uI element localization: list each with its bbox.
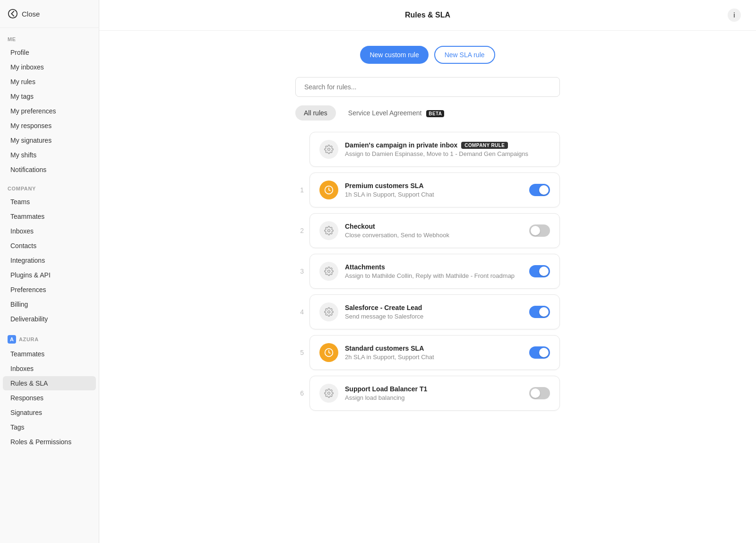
sidebar-item-my-shifts[interactable]: My shifts	[3, 148, 96, 162]
sidebar-item-my-preferences[interactable]: My preferences	[3, 104, 96, 118]
info-button[interactable]: i	[728, 9, 741, 22]
rule-info: Damien's campaign in private inboxCOMPAN…	[345, 141, 550, 157]
rule-title: Salesforce - Create Lead	[345, 304, 523, 311]
tabs: All rules Service Level Agreement BETA	[295, 105, 560, 121]
sidebar-item-teams[interactable]: Teams	[3, 195, 96, 209]
gear-icon	[324, 267, 334, 276]
rule-title: Standard customers SLA	[345, 345, 523, 352]
rule-description: Assign load balancing	[345, 394, 523, 401]
search-input[interactable]	[295, 77, 560, 97]
svg-point-4	[328, 270, 330, 273]
close-icon	[8, 9, 18, 19]
rule-info: AttachmentsAssign to Mathilde Collin, Re…	[345, 263, 523, 279]
rule-card[interactable]: Support Load Balancer T1Assign load bala…	[309, 376, 560, 411]
gear-icon	[324, 145, 334, 154]
rule-card[interactable]: AttachmentsAssign to Mathilde Collin, Re…	[309, 254, 560, 289]
clock-icon	[324, 348, 334, 357]
sidebar-item-deliverability[interactable]: Deliverability	[3, 312, 96, 326]
rule-number: 2	[295, 227, 304, 234]
sidebar-item-billing[interactable]: Billing	[3, 297, 96, 311]
sidebar-item-az-signatures[interactable]: Signatures	[3, 405, 96, 420]
new-sla-rule-button[interactable]: New SLA rule	[434, 46, 495, 64]
sidebar-item-inboxes[interactable]: Inboxes	[3, 224, 96, 238]
sidebar-item-teammates[interactable]: Teammates	[3, 209, 96, 224]
sidebar-item-contacts[interactable]: Contacts	[3, 239, 96, 253]
gear-icon	[319, 302, 338, 321]
tab-all-rules[interactable]: All rules	[295, 105, 336, 121]
rule-toggle[interactable]	[529, 184, 550, 196]
tab-sla[interactable]: Service Level Agreement BETA	[340, 105, 453, 121]
clock-icon	[324, 185, 334, 195]
rule-card[interactable]: Premium customers SLA1h SLA in Support, …	[309, 172, 560, 207]
sidebar-item-my-tags[interactable]: My tags	[3, 89, 96, 103]
sidebar-item-integrations[interactable]: Integrations	[3, 253, 96, 267]
content-area: New custom rule New SLA rule All rules S…	[99, 31, 756, 426]
rule-description: Close conversation, Send to Webhook	[345, 232, 523, 239]
sidebar-item-plugins-api[interactable]: Plugins & API	[3, 268, 96, 282]
rule-toggle[interactable]	[529, 265, 550, 277]
table-row: 3 AttachmentsAssign to Mathilde Collin, …	[295, 254, 560, 289]
svg-point-3	[328, 230, 330, 232]
new-custom-rule-button[interactable]: New custom rule	[360, 46, 428, 64]
table-row: 1 Premium customers SLA1h SLA in Support…	[295, 172, 560, 207]
gear-icon	[324, 388, 334, 398]
rule-card[interactable]: Salesforce - Create LeadSend message to …	[309, 294, 560, 329]
sidebar-item-az-rules-sla[interactable]: Rules & SLA	[3, 376, 96, 390]
sidebar-item-my-inboxes[interactable]: My inboxes	[3, 60, 96, 74]
rule-number: 4	[295, 308, 304, 316]
sidebar-item-my-rules[interactable]: My rules	[3, 75, 96, 89]
sidebar-item-az-teammates[interactable]: Teammates	[3, 347, 96, 361]
table-row: Damien's campaign in private inboxCOMPAN…	[295, 132, 560, 167]
sidebar-item-az-tags[interactable]: Tags	[3, 420, 96, 434]
azura-section: A AZURA	[0, 327, 99, 346]
rule-title: Checkout	[345, 223, 523, 230]
rule-toggle[interactable]	[529, 387, 550, 399]
close-label: Close	[22, 10, 40, 18]
rule-number: 1	[295, 186, 304, 194]
table-row: 2 CheckoutClose conversation, Send to We…	[295, 213, 560, 248]
rule-title: Attachments	[345, 263, 523, 271]
sidebar-item-az-inboxes[interactable]: Inboxes	[3, 362, 96, 376]
rule-number: 5	[295, 349, 304, 356]
me-section-label: ME	[0, 28, 99, 45]
svg-point-5	[328, 311, 330, 313]
sidebar-item-my-responses[interactable]: My responses	[3, 119, 96, 133]
rule-info: CheckoutClose conversation, Send to Webh…	[345, 223, 523, 239]
rule-number: 3	[295, 267, 304, 275]
rule-toggle[interactable]	[529, 346, 550, 359]
rule-description: 1h SLA in Support, Support Chat	[345, 191, 523, 198]
sidebar-item-my-signatures[interactable]: My signatures	[3, 133, 96, 147]
rules-list: Damien's campaign in private inboxCOMPAN…	[295, 132, 560, 411]
rule-info: Standard customers SLA2h SLA in Support,…	[345, 345, 523, 361]
azura-nav: Teammates Inboxes Rules & SLA Responses …	[0, 346, 99, 449]
table-row: 4 Salesforce - Create LeadSend message t…	[295, 294, 560, 329]
gear-icon	[319, 140, 338, 159]
sidebar-item-az-responses[interactable]: Responses	[3, 391, 96, 405]
sidebar-item-profile[interactable]: Profile	[3, 45, 96, 60]
rule-toggle[interactable]	[529, 224, 550, 237]
sidebar-item-preferences[interactable]: Preferences	[3, 283, 96, 297]
rule-title: Premium customers SLA	[345, 182, 523, 190]
rule-description: 2h SLA in Support, Support Chat	[345, 353, 523, 361]
close-button[interactable]: Close	[0, 0, 99, 28]
me-nav: Profile My inboxes My rules My tags My p…	[0, 45, 99, 177]
sidebar-item-az-roles[interactable]: Roles & Permissions	[3, 435, 96, 449]
sidebar-item-notifications[interactable]: Notifications	[3, 163, 96, 177]
rule-title: Damien's campaign in private inboxCOMPAN…	[345, 141, 550, 149]
top-bar: Rules & SLA i	[99, 0, 756, 31]
gear-icon	[319, 384, 338, 403]
rule-info: Support Load Balancer T1Assign load bala…	[345, 385, 523, 401]
company-nav: Teams Teammates Inboxes Contacts Integra…	[0, 194, 99, 327]
rule-toggle[interactable]	[529, 306, 550, 318]
sidebar: Close ME Profile My inboxes My rules My …	[0, 0, 99, 543]
rule-card[interactable]: Standard customers SLA2h SLA in Support,…	[309, 335, 560, 370]
gear-icon	[324, 307, 334, 317]
rule-info: Premium customers SLA1h SLA in Support, …	[345, 182, 523, 198]
svg-point-0	[9, 9, 17, 18]
gear-icon	[319, 262, 338, 281]
rule-card[interactable]: CheckoutClose conversation, Send to Webh…	[309, 213, 560, 248]
azura-icon: A	[8, 335, 16, 344]
beta-badge: BETA	[426, 110, 444, 117]
rule-title: Support Load Balancer T1	[345, 385, 523, 393]
rule-card[interactable]: Damien's campaign in private inboxCOMPAN…	[309, 132, 560, 167]
